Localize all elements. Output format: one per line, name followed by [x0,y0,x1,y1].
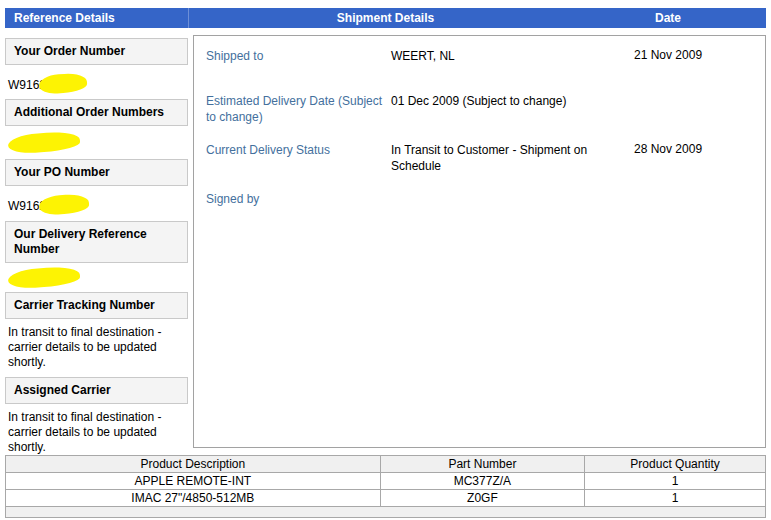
additional-order-numbers-value [5,132,188,154]
reference-details-sidebar: Your Order Number W9162 Additional Order… [5,38,188,459]
product-description: IMAC 27"/4850-512MB [6,490,381,507]
assigned-carrier-value: In transit to final destination - carrie… [5,406,188,459]
redaction-highlight [7,266,80,290]
product-row: IMAC 27"/4850-512MB Z0GF 1 [6,490,766,507]
products-footer-row [6,507,766,518]
current-status-date: 28 Nov 2009 [634,142,702,156]
section-title-delivery-reference-number: Our Delivery Reference Number [5,221,188,263]
header-divider [188,8,189,28]
shipped-to-value: WEERT, NL [391,48,606,64]
part-number: MC377Z/A [380,473,584,490]
shipped-to-date: 21 Nov 2009 [634,48,702,62]
section-title-assigned-carrier: Assigned Carrier [5,377,188,404]
product-quantity: 1 [585,473,766,490]
product-row: APPLE REMOTE-INT MC377Z/A 1 [6,473,766,490]
product-quantity: 1 [585,490,766,507]
products-table: Product Description Part Number Product … [5,455,766,518]
section-title-additional-order-numbers: Additional Order Numbers [5,99,188,126]
your-po-number-value: W9162 [5,194,188,218]
shipment-details-panel: Shipped to WEERT, NL 21 Nov 2009 Estimat… [193,35,766,448]
shipment-tracking-page: Reference Details Shipment Details Date … [0,0,771,520]
your-order-number-value: W9162 [5,73,188,97]
redaction-highlight [38,193,89,215]
estimated-delivery-value: 01 Dec 2009 (Subject to change) [391,93,651,109]
current-status-label: Current Delivery Status [206,142,384,158]
redaction-highlight [38,72,87,94]
current-status-value: In Transit to Customer - Shipment on Sch… [391,142,606,174]
carrier-tracking-number-value: In transit to final destination - carrie… [5,321,188,374]
header-date: Date [570,11,766,25]
section-title-your-po-number: Your PO Number [5,159,188,186]
estimated-delivery-label: Estimated Delivery Date (Subject to chan… [206,93,384,125]
section-title-carrier-tracking-number: Carrier Tracking Number [5,292,188,319]
column-header-bar: Reference Details Shipment Details Date [5,8,766,28]
products-footer-cell [6,507,766,518]
products-header-row: Product Description Part Number Product … [6,456,766,473]
signed-by-label: Signed by [206,191,384,207]
col-part-number: Part Number [380,456,584,473]
part-number: Z0GF [380,490,584,507]
col-product-description: Product Description [6,456,381,473]
product-description: APPLE REMOTE-INT [6,473,381,490]
col-product-quantity: Product Quantity [585,456,766,473]
section-title-your-order-number: Your Order Number [5,38,188,65]
redaction-highlight [7,131,80,155]
delivery-reference-number-value [5,267,188,289]
shipped-to-label: Shipped to [206,48,384,64]
